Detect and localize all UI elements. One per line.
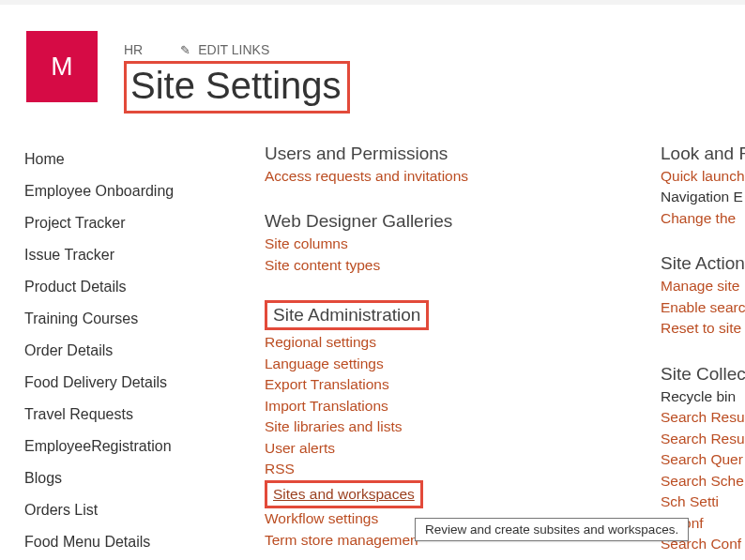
section-heading: Site Actions (661, 253, 745, 274)
link-search-result[interactable]: Search Resu (661, 407, 745, 428)
header-text-group: HR ✎ EDIT LINKS Site Settings (124, 31, 350, 114)
link-search-schema[interactable]: Search Sche (661, 471, 745, 492)
link-enable-search[interactable]: Enable searc (661, 297, 745, 318)
link-regional-settings[interactable]: Regional settings (265, 332, 595, 353)
section-heading: Look and F (661, 144, 745, 164)
nav-item[interactable]: Employee Onboarding (24, 175, 257, 207)
link-sites-workspaces-highlight[interactable]: Sites and workspaces (265, 480, 423, 508)
section-heading-highlight: Site Administration (265, 300, 429, 330)
nav-item[interactable]: Food Delivery Details (24, 367, 257, 399)
nav-item[interactable]: Training Courses (24, 303, 257, 335)
link-search-settings[interactable]: Sch Setti (661, 492, 745, 512)
section-users-permissions: Users and Permissions Access requests an… (265, 144, 595, 187)
link-search-result[interactable]: Search Resu (661, 429, 745, 449)
edit-links-label: EDIT LINKS (198, 42, 269, 57)
nav-item[interactable]: Home (24, 144, 257, 175)
link-export-translations[interactable]: Export Translations (265, 374, 595, 395)
edit-links-button[interactable]: ✎ EDIT LINKS (180, 42, 269, 57)
nav-item[interactable]: Food Menu Details (24, 526, 257, 558)
header-top-links: HR ✎ EDIT LINKS (124, 42, 350, 57)
section-site-administration: Site Administration Regional settings La… (265, 300, 595, 551)
link-change-the-look[interactable]: Change the (661, 208, 745, 229)
pencil-icon: ✎ (180, 43, 190, 57)
link-site-libraries-lists[interactable]: Site libraries and lists (265, 416, 595, 437)
content: Home Employee Onboarding Project Tracker… (0, 114, 745, 560)
tooltip-text: Review and create subsites and workspace… (425, 522, 678, 537)
link-manage-site[interactable]: Manage site (661, 276, 745, 296)
nav-item[interactable]: Blogs (24, 462, 257, 494)
link-rss[interactable]: RSS (265, 459, 595, 479)
link-language-settings[interactable]: Language settings (265, 354, 595, 374)
page-title-highlight: Site Settings (124, 61, 350, 114)
page-title: Site Settings (130, 64, 342, 107)
link-user-alerts[interactable]: User alerts (265, 438, 595, 459)
section-site-actions: Site Actions Manage site Enable searc Re… (661, 253, 745, 339)
link-search-query[interactable]: Search Quer (661, 449, 745, 470)
link-import-translations[interactable]: Import Translations (265, 396, 595, 416)
section-look-and-feel: Look and F Quick launch Navigation E Cha… (661, 144, 745, 229)
link-reset-site[interactable]: Reset to site (661, 318, 745, 339)
nav-item[interactable]: Travel Requests (24, 399, 257, 431)
section-heading: Web Designer Galleries (265, 211, 595, 232)
nav-item[interactable]: Product Details (24, 271, 257, 303)
nav-item[interactable]: Issue Tracker (24, 239, 257, 271)
link-recycle-bin[interactable]: Recycle bin (661, 386, 745, 407)
tooltip: Review and create subsites and workspace… (415, 518, 689, 541)
link-site-content-types[interactable]: Site content types (265, 255, 595, 276)
header: M HR ✎ EDIT LINKS Site Settings (0, 5, 745, 114)
nav-item[interactable]: Order Details (24, 335, 257, 367)
site-name[interactable]: HR (124, 42, 143, 57)
nav-item[interactable]: EmployeeRegistration (24, 431, 257, 462)
settings-middle-column: Users and Permissions Access requests an… (257, 144, 595, 560)
site-logo-tile[interactable]: M (26, 31, 98, 102)
nav-item[interactable]: Project Tracker (24, 207, 257, 239)
section-web-designer-galleries: Web Designer Galleries Site columns Site… (265, 211, 595, 276)
site-logo-letter: M (51, 52, 72, 82)
settings-right-column: Look and F Quick launch Navigation E Cha… (595, 144, 745, 560)
nav-item[interactable]: Orders List (24, 494, 257, 526)
link-navigation[interactable]: Navigation E (661, 187, 745, 207)
section-heading: Site Collect (661, 364, 745, 385)
section-heading: Users and Permissions (265, 144, 595, 164)
link-access-requests[interactable]: Access requests and invitations (265, 166, 595, 187)
link-quick-launch[interactable]: Quick launch (661, 166, 745, 187)
quick-launch-nav: Home Employee Onboarding Project Tracker… (24, 144, 257, 560)
link-site-columns[interactable]: Site columns (265, 234, 595, 254)
